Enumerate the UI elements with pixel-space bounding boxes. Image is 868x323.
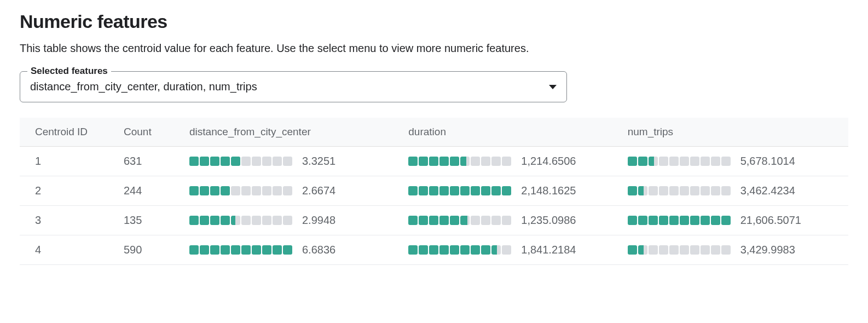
centroid-table: Centroid IDCountdistance_from_city_cente… <box>20 118 848 265</box>
cell-count: 135 <box>118 206 184 235</box>
cell-feature: 2.6674 <box>184 176 403 206</box>
bar-chart-icon <box>189 216 292 225</box>
feature-value: 21,606.5071 <box>740 214 801 227</box>
feature-value: 2.6674 <box>302 184 357 197</box>
feature-value: 1,214.6506 <box>521 155 576 168</box>
feature-value: 6.6836 <box>302 244 357 256</box>
cell-centroid-id: 2 <box>20 176 118 206</box>
chevron-down-icon <box>549 85 557 89</box>
bar-chart-icon <box>408 186 511 195</box>
table-row: 16313.32511,214.65065,678.1014 <box>20 147 848 176</box>
selected-features-select[interactable]: Selected features distance_from_city_cen… <box>20 71 567 102</box>
cell-feature: 1,841.2184 <box>403 235 622 265</box>
table-header-row: Centroid IDCountdistance_from_city_cente… <box>20 118 848 147</box>
cell-centroid-id: 3 <box>20 206 118 235</box>
cell-count: 590 <box>118 235 184 265</box>
cell-feature: 3.3251 <box>184 147 403 176</box>
feature-value: 5,678.1014 <box>740 155 795 168</box>
col-feature: duration <box>403 118 622 147</box>
cell-centroid-id: 4 <box>20 235 118 265</box>
col-count: Count <box>118 118 184 147</box>
col-centroid-id: Centroid ID <box>20 118 118 147</box>
bar-chart-icon <box>189 186 292 195</box>
feature-value: 1,841.2184 <box>521 244 576 256</box>
cell-feature: 3,462.4234 <box>622 176 848 206</box>
feature-value: 3,462.4234 <box>740 184 795 197</box>
cell-count: 244 <box>118 176 184 206</box>
bar-chart-icon <box>628 157 731 166</box>
page-description: This table shows the centroid value for … <box>20 42 848 55</box>
feature-value: 2.9948 <box>302 214 357 227</box>
cell-feature: 1,235.0986 <box>403 206 622 235</box>
bar-chart-icon <box>408 157 511 166</box>
select-label: Selected features <box>27 66 111 77</box>
feature-value: 1,235.0986 <box>521 214 576 227</box>
col-feature: distance_from_city_center <box>184 118 403 147</box>
col-feature: num_trips <box>622 118 848 147</box>
cell-count: 631 <box>118 147 184 176</box>
cell-feature: 2.9948 <box>184 206 403 235</box>
cell-feature: 3,429.9983 <box>622 235 848 265</box>
bar-chart-icon <box>408 245 511 255</box>
bar-chart-icon <box>189 157 292 166</box>
bar-chart-icon <box>628 186 731 195</box>
cell-feature: 21,606.5071 <box>622 206 848 235</box>
table-row: 22442.66742,148.16253,462.4234 <box>20 176 848 206</box>
cell-feature: 5,678.1014 <box>622 147 848 176</box>
feature-value: 3,429.9983 <box>740 244 795 256</box>
select-value: distance_from_city_center, duration, num… <box>30 80 549 93</box>
cell-centroid-id: 1 <box>20 147 118 176</box>
bar-chart-icon <box>408 216 511 225</box>
cell-feature: 2,148.1625 <box>403 176 622 206</box>
feature-value: 2,148.1625 <box>521 184 576 197</box>
cell-feature: 6.6836 <box>184 235 403 265</box>
cell-feature: 1,214.6506 <box>403 147 622 176</box>
page-title: Numeric features <box>20 11 848 32</box>
table-row: 31352.99481,235.098621,606.5071 <box>20 206 848 235</box>
bar-chart-icon <box>189 245 292 255</box>
feature-value: 3.3251 <box>302 155 357 168</box>
bar-chart-icon <box>628 216 731 225</box>
table-row: 45906.68361,841.21843,429.9983 <box>20 235 848 265</box>
bar-chart-icon <box>628 245 731 255</box>
